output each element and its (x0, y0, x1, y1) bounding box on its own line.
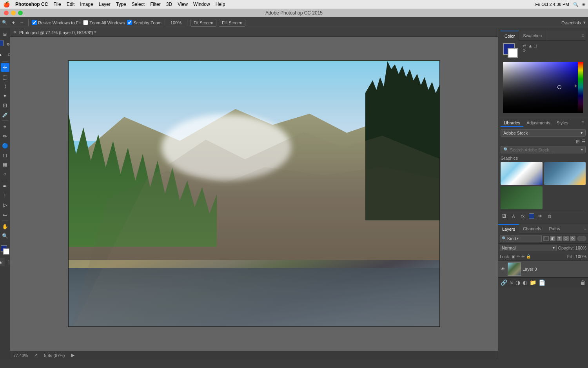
healing-tool[interactable]: ⌖ (1, 122, 9, 131)
tool-options-icon[interactable]: ⊞ (1, 30, 9, 38)
link-layers-button[interactable]: 🔗 (501, 279, 507, 286)
filter-dropdown-icon[interactable]: ▾ (517, 236, 519, 240)
menu-select[interactable]: Select (132, 2, 145, 7)
new-group-button[interactable]: 📁 (530, 279, 536, 286)
menu-view[interactable]: View (178, 2, 188, 7)
menu-file[interactable]: File (53, 2, 61, 7)
spectrum-bar[interactable] (578, 62, 583, 113)
color-picker-handle[interactable] (557, 85, 561, 89)
color-swatch-icon[interactable] (529, 213, 534, 219)
lock-position-icon[interactable]: ✛ (521, 254, 524, 259)
visibility-icon[interactable]: 👁 (537, 213, 544, 220)
tab-styles[interactable]: Styles (554, 120, 572, 127)
layers-menu-icon[interactable]: ≡ (584, 226, 588, 231)
delete-icon[interactable]: 🗑 (546, 213, 553, 220)
dodge-tool[interactable]: ○ (1, 169, 9, 178)
filter-shape-icon[interactable]: ⬡ (563, 236, 569, 241)
list-view-icon[interactable]: ☰ (581, 139, 586, 144)
libraries-menu-icon[interactable]: ≡ (582, 120, 586, 127)
crop-tool[interactable]: ⊡ (1, 101, 9, 109)
tab-paths[interactable]: Paths (545, 224, 564, 233)
add-image-icon[interactable]: 🖼 (501, 213, 508, 220)
adjustment-preview-icon[interactable]: ⚙ (4, 40, 10, 49)
quick-mask-btn[interactable]: ◉ (0, 258, 5, 266)
tab-adjustments[interactable]: Adjustments (523, 120, 554, 127)
stamp-tool[interactable]: 🔵 (1, 141, 9, 150)
add-character-icon[interactable]: A (510, 213, 517, 220)
close-doc-icon[interactable]: ✕ (13, 30, 17, 35)
delete-layer-button[interactable]: 🗑 (580, 279, 586, 286)
layer-visibility-toggle[interactable]: 👁 (500, 266, 506, 272)
screen-mode-btn[interactable]: ⬛ (5, 258, 11, 266)
filter-smart-icon[interactable]: ⟳ (570, 236, 575, 241)
lasso-tool[interactable]: ⌇ (1, 82, 9, 91)
menu-image[interactable]: Image (80, 2, 93, 7)
menu-window[interactable]: Window (193, 2, 210, 7)
add-fx-button[interactable]: fx (510, 280, 513, 285)
gradient-tool[interactable]: ▦ (1, 160, 9, 169)
zoom-tool[interactable]: 🔍 (1, 231, 9, 240)
fill-screen-button[interactable]: Fill Screen (219, 19, 245, 27)
canvas-viewport[interactable] (10, 37, 498, 351)
zoom-in-icon[interactable]: + (10, 20, 16, 26)
solid-icon[interactable]: □ (534, 43, 537, 49)
grid-view-icon[interactable]: ⊞ (576, 139, 580, 144)
swap-colors-icon[interactable]: ⇄ (523, 43, 526, 47)
color-background-swatch[interactable] (508, 48, 518, 58)
resize-windows-checkbox[interactable]: Resize Windows to Fit (32, 20, 81, 25)
canvas-image[interactable] (68, 60, 440, 327)
color-picker-gradient[interactable] (503, 62, 583, 113)
add-fx-icon[interactable]: fx (519, 213, 526, 220)
graphic-thumb-3[interactable] (501, 186, 543, 209)
eyedropper-tool[interactable]: 💉 (1, 110, 9, 119)
search-dropdown-icon[interactable]: ▾ (581, 148, 583, 152)
menu-edit[interactable]: Edit (67, 2, 75, 7)
tab-libraries[interactable]: Libraries (501, 120, 523, 127)
fill-value[interactable]: 100% (575, 254, 586, 259)
eraser-tool[interactable]: ◻ (1, 151, 9, 159)
apple-menu[interactable]: 🍎 (3, 1, 10, 7)
gradient-icon[interactable]: ▲ (528, 43, 533, 49)
fit-screen-button[interactable]: Fit Screen (191, 19, 216, 27)
close-button[interactable] (4, 11, 9, 15)
tab-color[interactable]: Color (501, 31, 519, 41)
default-colors-icon[interactable]: ⊙ (523, 48, 526, 53)
filter-text-icon[interactable]: T (557, 236, 562, 241)
lock-pixels-icon[interactable]: ✏ (517, 254, 520, 259)
adobe-stock-dropdown[interactable]: Adobe Stock ▾ (501, 129, 586, 137)
control-center-icon[interactable]: ≡ (583, 2, 585, 7)
pen-tool[interactable]: ✒ (1, 182, 9, 190)
magic-wand-tool[interactable]: ✦ (1, 91, 9, 100)
tab-swatches[interactable]: Swatches (519, 31, 546, 41)
new-adjustment-button[interactable]: ◐ (523, 279, 527, 286)
status-arrow[interactable]: ▶ (71, 353, 74, 358)
minimize-button[interactable] (11, 11, 16, 15)
scrubby-zoom-checkbox[interactable]: Scrubby Zoom (127, 20, 162, 25)
panel-menu-icon[interactable]: ≡ (581, 33, 586, 38)
layers-filter-dropdown[interactable]: 🔍 Kind ▾ (500, 235, 542, 242)
marquee-tool[interactable]: ⬚ (1, 73, 9, 81)
layer-name[interactable]: Layer 0 (523, 267, 586, 271)
menu-3d[interactable]: 3D (166, 2, 172, 7)
move-tool[interactable]: ✛ (1, 63, 9, 72)
essentials-dropdown-icon[interactable]: ▼ (583, 20, 586, 25)
tab-layers[interactable]: Layers (498, 224, 519, 233)
background-color[interactable] (3, 248, 9, 255)
zoom-out-icon[interactable]: − (19, 20, 25, 26)
text-tool[interactable]: T (1, 191, 9, 200)
stock-search-input[interactable] (510, 148, 581, 152)
filter-toggle[interactable] (577, 236, 586, 241)
status-export-icon[interactable]: ↗ (34, 353, 38, 358)
stock-search-bar[interactable]: 🔍 ▾ (501, 146, 586, 153)
add-mask-button[interactable]: ◑ (515, 279, 520, 286)
zoom-all-checkbox[interactable]: Zoom All Windows (83, 20, 125, 25)
brush-tool[interactable]: ✏ (1, 132, 9, 140)
path-selection-tool[interactable]: ▷ (1, 200, 9, 209)
search-icon[interactable]: 🔍 (573, 2, 579, 7)
hand-tool[interactable]: ✋ (1, 222, 9, 231)
lock-transparent-icon[interactable]: ▣ (512, 254, 515, 259)
lock-all-icon[interactable]: 🔒 (526, 254, 531, 259)
layer-row[interactable]: 👁 Layer 0 (498, 261, 588, 277)
graphic-thumb-2[interactable] (544, 162, 586, 185)
menu-layer[interactable]: Layer (99, 2, 111, 7)
